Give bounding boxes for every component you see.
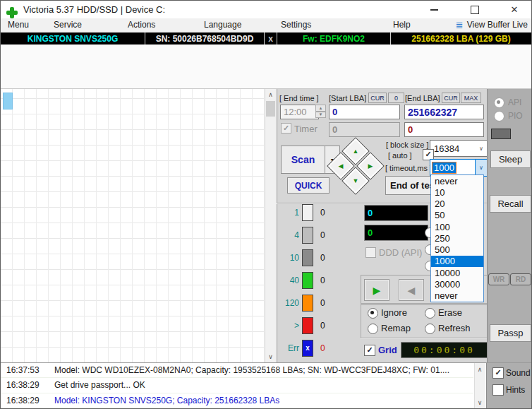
- menu-item-language[interactable]: Language: [204, 20, 241, 30]
- activity-indicator: [491, 129, 511, 139]
- drive-model: KINGSTON SNVS250G: [1, 32, 145, 45]
- right-arrow-icon: ▶: [368, 162, 373, 169]
- log-row[interactable]: 16:38:29Model: KINGSTON SNVS250G; Capaci…: [1, 393, 473, 408]
- log-row[interactable]: 16:38:29Get drive passport... OK: [1, 378, 473, 393]
- close-button[interactable]: ✕: [497, 1, 531, 18]
- end-time-label: [ End time ]: [279, 94, 319, 102]
- menu-item-actions[interactable]: Actions: [128, 20, 155, 30]
- timer-checkbox[interactable]: ✓: [281, 123, 291, 134]
- erase-radio[interactable]: [425, 308, 435, 319]
- recall-button[interactable]: Recall: [490, 195, 531, 213]
- timeout-option[interactable]: 50: [431, 210, 483, 221]
- grid-scrollbar[interactable]: [265, 89, 277, 362]
- end-lba-field[interactable]: 251662327: [404, 105, 484, 119]
- counter-value: 0: [320, 253, 325, 263]
- grid-checkbox[interactable]: ✓: [364, 345, 375, 356]
- chevron-down-icon: ∨: [475, 160, 487, 176]
- counter-row: 400: [281, 272, 353, 289]
- menu-bar: Menu Service Actions Language Settings H…: [1, 18, 531, 32]
- passp-button[interactable]: Passp: [490, 324, 531, 342]
- log-row[interactable]: 16:37:53Model: WDC WD10EZEX-08M2NA0; Cap…: [1, 363, 473, 378]
- counter-value: 0: [320, 321, 325, 331]
- minimize-icon: [430, 9, 438, 11]
- counter-block-icon: [302, 272, 313, 289]
- spin-down-icon[interactable]: ▼: [315, 112, 326, 119]
- hints-checkbox[interactable]: [492, 384, 504, 396]
- menu-item-help[interactable]: Help: [393, 20, 411, 30]
- sleep-button[interactable]: Sleep: [490, 150, 531, 168]
- step-back-button[interactable]: ◀: [399, 280, 423, 300]
- log-list: 16:37:53Model: WDC WD10EZEX-08M2NA0; Cap…: [1, 363, 473, 408]
- maximize-button[interactable]: [458, 1, 492, 18]
- counter-row: 1200: [281, 295, 353, 312]
- counter-block-icon: [302, 249, 313, 266]
- timeout-option[interactable]: 100: [431, 221, 483, 232]
- wr-button[interactable]: WR: [488, 273, 509, 285]
- timeout-option[interactable]: 30000: [431, 278, 483, 290]
- timeout-option[interactable]: 10: [431, 186, 483, 198]
- menu-item-menu[interactable]: Menu: [8, 20, 29, 30]
- counter-value: 0: [320, 230, 325, 240]
- scroll-up-icon[interactable]: ∧: [265, 89, 277, 100]
- up-arrow-icon: ▲: [353, 148, 359, 154]
- counter-value: 0: [320, 298, 325, 308]
- ddd-api-label: DDD (API): [379, 247, 422, 258]
- counter-row: 40: [281, 227, 353, 244]
- counter-list: 10401004001200>0Errx0: [281, 204, 353, 357]
- view-buffer-live-button[interactable]: ≣ View Buffer Live: [456, 20, 528, 30]
- play-button[interactable]: ▶: [365, 280, 389, 300]
- block-size-combo[interactable]: 16384 ∨: [430, 140, 488, 157]
- start-lba-zero-button[interactable]: 0: [388, 93, 404, 103]
- block-display: 0: [364, 225, 428, 241]
- end-lba-max-button[interactable]: MAX: [461, 93, 481, 103]
- scroll-down-icon[interactable]: ∨: [265, 351, 277, 362]
- block-size-value: 16384: [430, 143, 476, 154]
- end-time-spinner[interactable]: ▲▼: [315, 105, 326, 118]
- quick-button[interactable]: QUICK: [287, 177, 330, 194]
- pio-radio[interactable]: [494, 111, 504, 121]
- minimize-button[interactable]: [417, 1, 451, 18]
- log-scroll-down-icon[interactable]: ∨: [474, 397, 485, 408]
- scan-button[interactable]: Scan: [281, 146, 325, 174]
- log-message: Get drive passport... OK: [47, 380, 145, 390]
- menu-item-settings[interactable]: Settings: [281, 20, 311, 30]
- log-message: Model: WDC WD10EZEX-08M2NA0; Capacity: 1…: [47, 365, 449, 375]
- counter-block-icon: [302, 317, 313, 334]
- chevron-down-icon: ∨: [476, 141, 487, 156]
- timeout-option[interactable]: 500: [431, 244, 483, 256]
- timeout-option[interactable]: 10000: [431, 267, 483, 278]
- ignore-radio[interactable]: [368, 308, 378, 319]
- down-arrow-icon: ▼: [353, 177, 359, 184]
- counter-row: 10: [281, 204, 353, 221]
- counter-block-icon: [302, 227, 313, 244]
- grid-scrollbar-thumb[interactable]: [266, 101, 275, 117]
- refresh-radio[interactable]: [425, 324, 435, 334]
- title-bar: Victoria 5.37 HDD/SSD | Device C: ✕: [1, 1, 531, 18]
- speed-display: 0: [364, 205, 428, 221]
- drive-serial: SN: 50026B768504BD9D: [145, 32, 264, 45]
- end-lba-label: [End LBA]: [405, 94, 440, 102]
- timeout-option[interactable]: never: [431, 290, 483, 302]
- spin-up-icon[interactable]: ▲: [315, 105, 326, 112]
- end-lba-cur-button[interactable]: CUR: [442, 93, 460, 103]
- timeout-option[interactable]: 20: [431, 198, 483, 210]
- sound-checkbox[interactable]: ✓: [492, 367, 504, 379]
- toolbar: i Drive Info S.M.A.R.T SMART Logs Test &…: [1, 45, 531, 89]
- remap-radio[interactable]: [368, 324, 378, 334]
- counter-value: 0: [320, 343, 325, 353]
- timeout-option[interactable]: 250: [431, 232, 483, 244]
- auto-label: [ auto ]: [388, 151, 412, 160]
- start-lba-field[interactable]: 0: [329, 105, 400, 119]
- timeout-option[interactable]: never: [431, 175, 483, 186]
- start-lba-cur-button[interactable]: CUR: [368, 93, 387, 103]
- rd-button[interactable]: RD: [510, 273, 531, 285]
- log-scroll-up-icon[interactable]: ∧: [474, 364, 485, 375]
- api-radio[interactable]: [494, 97, 504, 108]
- drive-firmware: Fw: EDFK9NO2: [277, 32, 391, 45]
- end-time-field[interactable]: 12:00: [280, 105, 319, 119]
- ignore-label: Ignore: [381, 307, 407, 318]
- block-size-label: [ block size ]: [386, 141, 429, 149]
- ddd-api-checkbox[interactable]: [365, 247, 376, 258]
- menu-item-service[interactable]: Service: [54, 20, 82, 30]
- timeout-option[interactable]: 1000: [431, 256, 483, 267]
